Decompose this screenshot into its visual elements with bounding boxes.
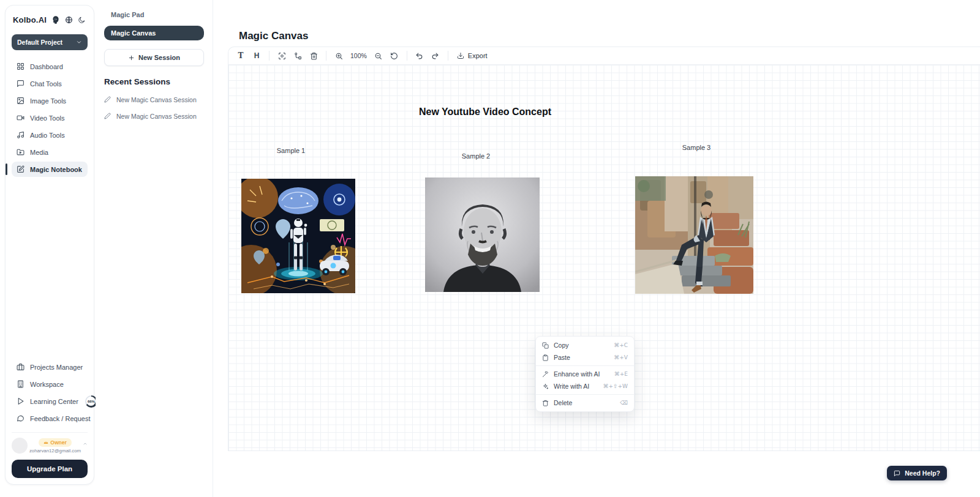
export-button[interactable]: Export [453, 52, 491, 59]
chat-icon [17, 80, 24, 88]
sample-image-1[interactable] [241, 179, 355, 293]
tool-magic-canvas[interactable]: Magic Canvas [104, 26, 204, 40]
chevron-up-icon[interactable] [83, 441, 88, 446]
undo-button[interactable] [412, 48, 427, 63]
dashboard-icon [17, 62, 24, 70]
sample-image-3[interactable] [635, 176, 753, 294]
sidebar-item-audio-tools[interactable]: Audio Tools [12, 127, 88, 143]
sidebar-item-learning-center[interactable]: Learning Center 66% [12, 394, 88, 409]
context-menu-item-write-with-ai[interactable]: Write with AI ⌘+⇧+W [536, 380, 634, 392]
zoom-in-button[interactable] [331, 48, 346, 63]
plus-icon [128, 54, 135, 61]
sidebar-item-label: Feedback / Request [30, 415, 90, 422]
context-menu-item-enhance-with-ai[interactable]: Enhance with AI ⌘+E [536, 368, 634, 380]
upgrade-plan-button[interactable]: Upgrade Plan [12, 460, 88, 478]
canvas-title-text[interactable]: New Youtube Video Concept [419, 106, 551, 118]
zoom-level: 100% [350, 52, 367, 59]
briefcase-icon [17, 363, 24, 371]
dark-mode-moon-icon[interactable] [78, 16, 86, 24]
canvas-grid[interactable]: New Youtube Video Concept Sample 1 Sampl… [228, 65, 980, 450]
toolbar-divider [407, 51, 407, 61]
shortcut-hint: ⌘+⇧+W [603, 383, 628, 389]
sidebar-item-label: Projects Manager [30, 364, 83, 371]
context-menu-label: Copy [554, 342, 569, 349]
new-session-label: New Session [138, 54, 180, 61]
toolbar-divider [326, 51, 326, 61]
context-menu-label: Delete [554, 399, 572, 406]
owner-role-badge: Owner [39, 438, 71, 447]
pencil-icon [104, 113, 111, 119]
session-list-item[interactable]: New Magic Canvas Session [104, 108, 204, 124]
project-selector[interactable]: Default Project [12, 34, 88, 50]
shortcut-hint: ⌘+C [614, 342, 628, 348]
sidebar-item-label: Video Tools [30, 114, 64, 122]
session-panel: Magic Pad Magic Canvas New Session Recen… [96, 0, 213, 497]
user-account-row[interactable]: Owner zoharvan12@gmail.com [12, 432, 88, 460]
session-title: New Magic Canvas Session [116, 96, 197, 103]
sample-image-2[interactable] [425, 177, 540, 292]
zoom-out-icon [374, 52, 382, 60]
canvas-board: T H 100% [228, 47, 980, 451]
sidebar-item-chat-tools[interactable]: Chat Tools [12, 76, 88, 91]
sidebar-item-label: Media [30, 149, 48, 156]
heading-tool-button[interactable]: H [249, 48, 264, 63]
redo-icon [431, 52, 439, 60]
need-help-button[interactable]: Need Help? [887, 466, 947, 480]
delete-tool-button[interactable] [306, 48, 321, 63]
canvas-toolbar: T H 100% [228, 47, 980, 65]
sidebar-item-media[interactable]: Media [12, 144, 88, 160]
context-menu-label: Paste [554, 354, 570, 361]
video-icon [17, 114, 24, 122]
sidebar-item-video-tools[interactable]: Video Tools [12, 110, 88, 125]
session-list-item[interactable]: New Magic Canvas Session [104, 91, 204, 108]
sidebar-item-dashboard[interactable]: Dashboard [12, 59, 88, 74]
reset-view-button[interactable] [387, 48, 402, 63]
text-tool-button[interactable]: T [233, 48, 248, 63]
context-menu: Copy ⌘+C Paste ⌘+V Enhance with AI ⌘+E W… [535, 336, 635, 412]
image-icon [17, 97, 24, 105]
sidebar-footer-nav: Projects Manager Workspace Learning Cent… [12, 359, 88, 426]
connector-tool-button[interactable] [290, 48, 305, 63]
crown-icon [43, 440, 48, 445]
new-session-button[interactable]: New Session [104, 49, 204, 66]
logo-row: Kolbo.AI [12, 15, 88, 24]
context-menu-item-paste[interactable]: Paste ⌘+V [536, 351, 634, 364]
rotate-ccw-icon [390, 52, 398, 60]
tool-magic-pad[interactable]: Magic Pad [104, 9, 204, 21]
media-folder-icon [17, 148, 24, 156]
sidebar-item-image-tools[interactable]: Image Tools [12, 93, 88, 108]
context-menu-item-delete[interactable]: Delete ⌫ [536, 397, 634, 409]
audio-icon [17, 131, 24, 139]
context-menu-label: Enhance with AI [554, 370, 600, 378]
redo-button[interactable] [428, 48, 443, 63]
brain-logo-icon [51, 15, 60, 24]
sidebar-item-label: Learning Center [30, 398, 78, 405]
feedback-bubble-icon [17, 414, 24, 422]
sidebar-item-projects-manager[interactable]: Projects Manager [12, 359, 88, 375]
sample-1-label[interactable]: Sample 1 [277, 147, 305, 154]
zoom-in-icon [335, 52, 343, 60]
user-meta: Owner zoharvan12@gmail.com [31, 438, 79, 454]
image-select-tool-button[interactable] [274, 48, 289, 63]
sidebar-nav: Dashboard Chat Tools Image Tools Video T… [12, 59, 88, 177]
toolbar-divider [269, 51, 270, 61]
sidebar-item-feedback-request[interactable]: Feedback / Request [12, 411, 88, 426]
notebook-pen-icon [17, 165, 24, 173]
shortcut-hint: ⌫ [620, 400, 628, 406]
zoom-out-button[interactable] [371, 48, 386, 63]
sidebar-item-label: Chat Tools [30, 80, 62, 88]
connector-icon [294, 52, 302, 60]
sidebar-item-workspace[interactable]: Workspace [12, 376, 88, 392]
user-email: zoharvan12@gmail.com [29, 448, 81, 454]
page-title: Magic Canvas [239, 30, 308, 42]
sidebar-item-magic-notebook[interactable]: Magic Notebook [12, 162, 88, 177]
language-globe-icon[interactable] [65, 16, 73, 24]
avatar [12, 438, 28, 454]
sidebar-item-label: Audio Tools [30, 132, 65, 139]
context-menu-divider [536, 394, 634, 395]
sample-2-label[interactable]: Sample 2 [462, 152, 490, 160]
chevron-down-icon [76, 39, 82, 45]
sample-3-label[interactable]: Sample 3 [682, 144, 710, 151]
context-menu-item-copy[interactable]: Copy ⌘+C [536, 339, 634, 351]
sparkles-icon [542, 383, 549, 390]
